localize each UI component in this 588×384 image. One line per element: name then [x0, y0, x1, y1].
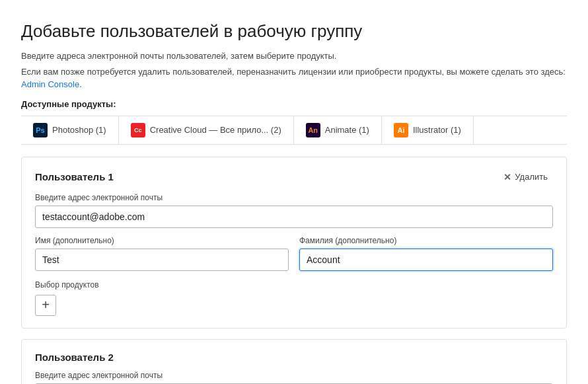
user1-header: Пользователь 1 ✕ Удалить	[35, 169, 553, 185]
user1-add-product-button[interactable]: +	[35, 295, 56, 316]
user2-title: Пользователь 2	[35, 352, 553, 363]
subtitle-line1: Введите адреса электронной почты пользов…	[21, 50, 567, 63]
user2-section: Пользователь 2 Введите адрес электронной…	[21, 339, 567, 385]
page-title: Добавьте пользователей в рабочую группу	[21, 21, 567, 42]
user1-title: Пользователь 1	[35, 171, 114, 182]
products-bar: Ps Photoshop (1) Cc Creative Cloud — Все…	[21, 116, 567, 145]
illustrator-label: Illustrator (1)	[413, 125, 461, 135]
user1-firstname-field: Имя (дополнительно)	[35, 236, 289, 271]
delete-label: Удалить	[515, 172, 548, 182]
user1-product-select-label: Выбор продуктов	[35, 280, 553, 289]
photoshop-label: Photoshop (1)	[52, 125, 106, 135]
product-tab-illustrator[interactable]: Ai Illustrator (1)	[382, 116, 474, 144]
user1-lastname-label: Фамилия (дополнительно)	[299, 236, 553, 245]
plus-icon: +	[42, 297, 50, 313]
user1-email-row: Введите адрес электронной почты	[35, 193, 553, 228]
user1-name-row: Имя (дополнительно) Фамилия (дополнитель…	[35, 236, 553, 271]
user1-delete-button[interactable]: ✕ Удалить	[498, 169, 553, 185]
user1-email-label: Введите адрес электронной почты	[35, 193, 553, 202]
admin-console-link[interactable]: Admin Console	[21, 79, 79, 89]
user2-email-label: Введите адрес электронной почты	[35, 371, 553, 380]
illustrator-icon: Ai	[394, 123, 408, 137]
subtitle-line2: Если вам позже потребуется удалить польз…	[21, 65, 567, 91]
available-products-label: Доступные продукты:	[21, 99, 567, 109]
user1-firstname-input[interactable]	[35, 249, 289, 271]
close-icon: ✕	[503, 172, 511, 182]
animate-label: Animate (1)	[325, 125, 369, 135]
product-tab-photoshop[interactable]: Ps Photoshop (1)	[21, 116, 119, 144]
photoshop-icon: Ps	[33, 123, 48, 137]
user1-product-select-row: Выбор продуктов +	[35, 280, 553, 316]
user1-firstname-label: Имя (дополнительно)	[35, 236, 289, 245]
modal-container: Добавьте пользователей в рабочую группу …	[0, 0, 588, 384]
user1-lastname-input[interactable]	[299, 249, 553, 271]
product-tab-animate[interactable]: An Animate (1)	[294, 116, 382, 144]
creative-cloud-icon: Cc	[131, 123, 145, 137]
product-tab-creative-cloud[interactable]: Cc Creative Cloud — Все прило... (2)	[119, 116, 294, 144]
creative-cloud-label: Creative Cloud — Все прило... (2)	[150, 125, 281, 135]
user1-email-input[interactable]	[35, 206, 553, 228]
user1-lastname-field: Фамилия (дополнительно)	[299, 236, 553, 271]
user1-section: Пользователь 1 ✕ Удалить Введите адрес э…	[21, 157, 567, 328]
animate-icon: An	[306, 123, 320, 137]
